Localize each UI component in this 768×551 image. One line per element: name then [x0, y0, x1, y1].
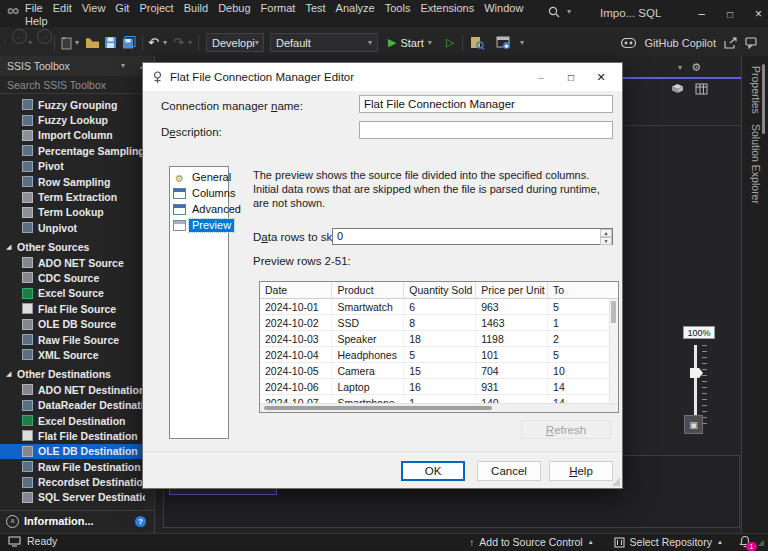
menu-item[interactable]: Help — [20, 14, 53, 29]
menu-item[interactable]: Test — [300, 1, 330, 16]
toolbox-item[interactable]: Term Extraction — [0, 189, 146, 204]
package-icon[interactable] — [670, 83, 685, 95]
open-folder-button[interactable] — [85, 29, 100, 56]
table-row[interactable]: 2024-10-06 Laptop 16 931 14 — [260, 379, 619, 395]
repository-caret-icon[interactable]: ▲ — [717, 539, 723, 545]
description-input[interactable] — [359, 121, 613, 139]
toolbox-item[interactable]: OLE DB Destination — [0, 444, 146, 459]
dialog-page-item[interactable]: Advanced — [170, 201, 228, 217]
menu-item[interactable]: Format — [256, 1, 301, 16]
column-header[interactable]: Quantity Sold — [404, 282, 476, 299]
toolbox-item[interactable]: Raw File Destination — [0, 459, 146, 474]
toolbox-item[interactable]: ADO NET Source — [0, 255, 146, 270]
toolbox-item[interactable]: Pivot — [0, 159, 146, 174]
toolbox-item[interactable]: XML Source — [0, 347, 146, 362]
navigate-forward-button[interactable]: → — [37, 29, 52, 44]
dialog-maximize-button[interactable]: □ — [556, 72, 586, 83]
toolbox-item[interactable]: Flat File Destination — [0, 428, 146, 443]
toolbox-search-input[interactable]: Search SSIS Toolbox — [0, 76, 154, 94]
toolbox-menu-caret-icon[interactable]: ▾ — [121, 62, 125, 70]
help-circle-icon[interactable]: ? — [135, 516, 146, 527]
table-row[interactable]: 2024-10-04 Headphones 5 101 5 — [260, 347, 619, 363]
solution-platform-combo[interactable]: Default▾ — [270, 33, 378, 52]
column-header[interactable]: Price per Unit — [476, 282, 548, 299]
toolbox-item[interactable]: Fuzzy Lookup — [0, 112, 146, 127]
redo-button[interactable]: ↷ — [173, 29, 184, 56]
tool-window-tab[interactable]: Properties — [748, 66, 762, 114]
toolbox-item[interactable]: Raw File Source — [0, 332, 146, 347]
close-button[interactable]: × — [755, 7, 762, 21]
navigate-back-button[interactable]: ← — [12, 29, 27, 44]
toolbox-item[interactable]: Fuzzy Grouping — [0, 97, 146, 112]
menu-item[interactable]: View — [77, 1, 111, 16]
live-visual-tree-button[interactable] — [470, 29, 485, 56]
scrollbar-thumb[interactable] — [611, 301, 616, 323]
start-without-debugging-button[interactable]: ▷ — [446, 29, 454, 56]
toolbox-item[interactable]: Unpivot — [0, 220, 146, 235]
menu-item[interactable]: Debug — [213, 1, 255, 16]
toolbox-item[interactable]: DataReader Destination — [0, 397, 146, 412]
dialog-resize-grip[interactable] — [612, 478, 620, 486]
navigate-back-caret-icon[interactable]: ▾ — [28, 29, 32, 56]
dialog-page-item[interactable]: Columns — [170, 185, 228, 201]
menu-item[interactable]: Extensions — [415, 1, 479, 16]
toolbox-item[interactable]: Excel Source — [0, 286, 146, 301]
window-layout-button[interactable] — [496, 29, 511, 56]
source-control-caret-icon[interactable]: ▲ — [588, 539, 594, 545]
toolbox-item[interactable]: Import Column — [0, 128, 146, 143]
share-icon[interactable] — [724, 37, 737, 49]
editor-tab-caret-icon[interactable]: ▾ — [678, 64, 682, 72]
toolbox-item[interactable]: SQL Server Destination — [0, 490, 146, 505]
toolbox-item[interactable]: Other Destinations — [0, 367, 146, 382]
column-header[interactable]: To — [548, 282, 619, 299]
information-bar[interactable]: ∧ Information... ? — [0, 510, 154, 531]
data-rows-to-skip-input[interactable]: 0 — [332, 228, 613, 245]
help-button[interactable]: Help — [549, 461, 613, 481]
menu-item[interactable]: Analyze — [331, 1, 380, 16]
title-search-button[interactable]: ▾ — [548, 6, 571, 18]
menu-item[interactable]: Project — [134, 1, 178, 16]
send-feedback-icon[interactable] — [745, 37, 758, 49]
save-button[interactable] — [104, 29, 117, 56]
copilot-label[interactable]: GitHub Copilot — [644, 37, 716, 49]
gear-icon[interactable]: ⚙ — [691, 61, 701, 74]
notifications-button[interactable]: 1 — [739, 535, 753, 549]
spin-up-icon[interactable]: ▲ — [600, 229, 612, 237]
scrollbar-thumb[interactable] — [264, 406, 492, 410]
dialog-page-item[interactable]: Preview — [170, 217, 228, 233]
save-all-button[interactable] — [122, 29, 136, 56]
dialog-close-button[interactable]: ✕ — [586, 71, 616, 84]
spin-down-icon[interactable]: ▼ — [600, 237, 612, 245]
new-project-caret-icon[interactable]: ▾ — [75, 29, 79, 56]
toolbox-item[interactable]: Other Sources — [0, 240, 146, 255]
table-row[interactable]: 2024-10-05 Camera 15 704 10 — [260, 363, 619, 379]
menu-item[interactable]: Tools — [380, 1, 416, 16]
column-header[interactable]: Product — [332, 282, 404, 299]
tool-window-tab[interactable]: Solution Explorer — [748, 124, 762, 204]
minimize-button[interactable]: – — [698, 7, 705, 21]
table-row[interactable]: 2024-10-03 Speaker 18 1198 2 — [260, 331, 619, 347]
redo-caret-icon[interactable]: ▾ — [188, 29, 192, 56]
maximize-button[interactable]: □ — [727, 9, 733, 20]
menu-item[interactable]: Git — [110, 1, 134, 16]
zoom-fit-button[interactable]: ▣ — [684, 415, 703, 434]
toolbar-overflow-icon[interactable]: ▾ — [520, 29, 524, 57]
undo-caret-icon[interactable]: ▾ — [163, 29, 167, 56]
connection-name-input[interactable] — [359, 95, 613, 113]
toolbox-item[interactable]: Excel Destination — [0, 413, 146, 428]
table-row[interactable]: 2024-10-02 SSD 8 1463 1 — [260, 315, 619, 331]
select-repository-button[interactable]: Select Repository — [630, 536, 712, 548]
grid-columns-icon[interactable] — [695, 83, 709, 95]
toolbox-item[interactable]: CDC Source — [0, 270, 146, 285]
cancel-button[interactable]: Cancel — [477, 461, 541, 481]
toolbox-item[interactable]: Row Sampling — [0, 174, 146, 189]
undo-button[interactable]: ↶ — [148, 29, 159, 56]
toolbox-item[interactable]: Percentage Sampling — [0, 143, 146, 158]
new-project-button[interactable] — [60, 29, 73, 56]
table-row[interactable]: 2024-10-01 Smartwatch 6 963 5 — [260, 299, 619, 315]
solution-configuration-combo[interactable]: Developi▾ — [206, 33, 264, 52]
menu-item[interactable]: Build — [179, 1, 213, 16]
menu-item[interactable]: Window — [479, 1, 528, 16]
add-to-source-control-button[interactable]: Add to Source Control — [479, 536, 582, 548]
toolbox-item[interactable]: OLE DB Source — [0, 316, 146, 331]
